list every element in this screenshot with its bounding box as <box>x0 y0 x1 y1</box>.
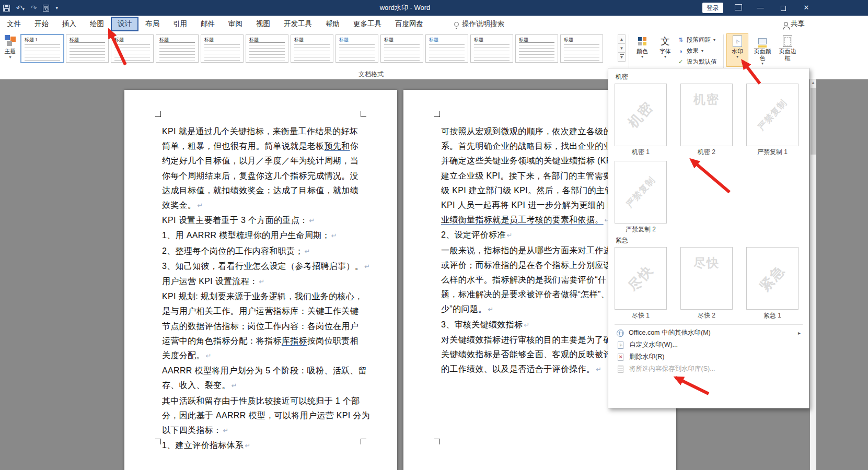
tab-draw[interactable]: 绘图 <box>83 17 111 31</box>
watermark-button[interactable]: 水印 ▾ <box>726 33 748 67</box>
paragraph-mark: ↵ <box>331 232 337 240</box>
tell-me-search[interactable]: 操作说明搜索 <box>454 19 504 29</box>
watermark-tile[interactable]: 机密机密 1 <box>615 84 667 157</box>
chevron-down-icon: ▾ <box>713 38 715 42</box>
margin-crop-mark <box>434 111 440 117</box>
menu-item-custom[interactable]: 自定义水印(W)... <box>615 339 803 351</box>
watermark-tile[interactable]: 紧急紧急 1 <box>746 247 798 320</box>
redo-icon[interactable]: ↷ <box>31 4 37 11</box>
doc-line: 简单，粗暴，但也很有用。简单说就是老板预先和你 <box>162 139 362 154</box>
style-set-7[interactable]: 标题 <box>291 34 333 63</box>
close-button[interactable]: ✕ <box>795 0 817 16</box>
tab-insert[interactable]: 插入 <box>55 17 83 31</box>
watermark-tile[interactable]: 机密机密 2 <box>680 84 733 157</box>
style-set-title: 标题 <box>249 37 285 43</box>
tab-home[interactable]: 开始 <box>28 17 55 31</box>
themes-icon <box>5 35 16 46</box>
tab-layout[interactable]: 布局 <box>138 17 166 31</box>
page-color-button[interactable]: 页面颜色 ▾ <box>751 33 773 67</box>
share-button[interactable]: 共享 <box>784 16 805 32</box>
tab-review[interactable]: 审阅 <box>222 17 249 31</box>
menu-item-label: 自定义水印(W)... <box>629 340 678 349</box>
watermark-tile[interactable]: 尽快尽快 1 <box>615 247 667 320</box>
scroll-up-icon[interactable]: ▲ <box>810 79 816 87</box>
vertical-scrollbar[interactable]: ▲ <box>810 79 816 470</box>
chevron-down-icon: ▾ <box>631 55 653 59</box>
print-preview-icon[interactable] <box>43 5 49 11</box>
style-set-11[interactable]: 标题 <box>470 34 513 63</box>
menu-item-globe[interactable]: Office.com 中的其他水印(M)▸ <box>615 327 803 339</box>
tab-more-tools[interactable]: 更多工具 <box>346 17 388 31</box>
login-button[interactable]: 登录 <box>702 3 723 13</box>
gallery-more-icon[interactable]: ▼ <box>618 52 626 62</box>
tab-mailings[interactable]: 邮件 <box>194 17 222 31</box>
watermark-tile[interactable]: 严禁复制严禁复制 1 <box>746 84 798 157</box>
style-set-5[interactable]: 标题 <box>201 34 244 63</box>
fonts-button[interactable]: 文 字体 ▾ <box>654 33 676 67</box>
style-set-preview-lines <box>564 44 599 61</box>
doc-text: 对关键绩效指标进行审核的目的主要是为了确 <box>441 335 612 344</box>
style-set-3[interactable]: 标题 <box>111 34 154 63</box>
doc-line: 你每个周期结束后，复盘你这几个指标完成情况。没 <box>162 169 362 183</box>
fonts-icon: 文 <box>661 35 670 48</box>
doc-text: 系。首先明确企业的战略目标，找出企业的业务 <box>441 142 620 150</box>
paragraph-mark: ↵ <box>309 217 315 225</box>
style-set-12[interactable]: 标题 <box>515 34 558 63</box>
person-icon <box>784 22 788 26</box>
style-set-preview-lines <box>159 45 195 62</box>
maximize-button[interactable] <box>772 0 794 16</box>
paragraph-spacing-button[interactable]: ⇅ 段落间距 ▾ <box>677 35 722 45</box>
menu-item-delete[interactable]: 删除水印(R) <box>615 351 803 363</box>
watermark-tile[interactable]: 尽快尽快 2 <box>680 247 733 320</box>
gallery-scroll-up-icon[interactable]: ▲ <box>618 34 626 44</box>
watermark-tile-label: 严禁复制 1 <box>746 148 798 157</box>
menu-item-label: Office.com 中的其他水印(M) <box>629 328 711 337</box>
doc-text: 预先和 <box>325 142 350 150</box>
style-set-4[interactable]: 标题 <box>156 34 199 63</box>
effects-icon: ◑ <box>677 48 684 54</box>
tab-developer[interactable]: 开发工具 <box>277 17 319 31</box>
doc-line: 节点的数据评估指标；岗位工作内容：各岗位在用户 <box>162 319 362 334</box>
effects-button[interactable]: ◑ 效果 ▾ <box>677 46 722 56</box>
style-set-8[interactable]: 标题 <box>335 34 378 63</box>
style-set-1[interactable]: 标题 1 <box>21 34 64 63</box>
page-borders-button[interactable]: 页面边框 <box>777 33 798 67</box>
set-as-default-button[interactable]: ✓ 设为默认值 <box>677 57 722 67</box>
doc-text: 级 KPI 建立部门级 KPI。然后，各部门的主管和 <box>441 186 622 195</box>
style-set-6[interactable]: 标题 <box>246 34 288 63</box>
tab-references[interactable]: 引用 <box>166 17 194 31</box>
watermark-tile-label: 紧急 1 <box>746 311 798 320</box>
watermark-preview: 机密 <box>615 84 667 146</box>
style-set-9[interactable]: 标题 <box>380 34 423 63</box>
tab-help[interactable]: 帮助 <box>319 17 346 31</box>
style-set-2[interactable]: 标题 <box>66 34 109 63</box>
scrollbar-thumb[interactable] <box>811 88 816 155</box>
style-set-10[interactable]: 标题 <box>425 34 468 63</box>
style-set-title: 标题 <box>384 37 420 42</box>
doc-text: 1、用 AARRR 模型梳理你的用户生命周期； <box>162 231 330 240</box>
tab-baidu-pan[interactable]: 百度网盘 <box>388 17 430 31</box>
margin-crop-mark <box>155 439 161 444</box>
undo-icon[interactable]: ↶▾ <box>16 4 25 11</box>
gallery-scroll-down-icon[interactable]: ▼ <box>618 43 626 53</box>
watermark-preview: 严禁复制 <box>615 161 667 224</box>
tab-view[interactable]: 视图 <box>249 17 277 31</box>
minimize-button[interactable]: — <box>749 0 771 16</box>
ribbon-display-options-icon[interactable] <box>735 4 742 10</box>
watermark-tile-label: 尽快 1 <box>615 311 667 320</box>
themes-button[interactable]: 主题 ▾ <box>1 34 19 66</box>
doc-text: 建立企业级 KPI。接下来，各部门的主管需要依 <box>441 171 620 180</box>
style-set-title: 标题 <box>564 37 599 42</box>
tab-file[interactable]: 文件 <box>0 17 28 31</box>
doc-text: KPI 设置主要着重于 3 个方面的重点： <box>162 216 308 225</box>
watermark-tile-label: 严禁复制 2 <box>615 225 667 234</box>
watermark-tile[interactable]: 严禁复制严禁复制 2 <box>615 161 667 234</box>
colors-button[interactable]: 颜色 ▾ <box>631 33 653 67</box>
tab-design[interactable]: 设计 <box>111 17 138 31</box>
doc-text: 么样的水平。指标解决的是我们需要评价“什 <box>441 275 606 284</box>
style-set-13[interactable]: 标题 <box>560 34 603 63</box>
save-icon[interactable] <box>3 5 10 11</box>
watermark-gallery: 机密机密机密 1机密机密 2严禁复制严禁复制 1严禁复制严禁复制 2紧急尽快尽快… <box>615 73 803 320</box>
qat-customize-icon[interactable]: ▾ <box>55 4 58 11</box>
doc-text: 关度分配。 <box>162 351 205 360</box>
